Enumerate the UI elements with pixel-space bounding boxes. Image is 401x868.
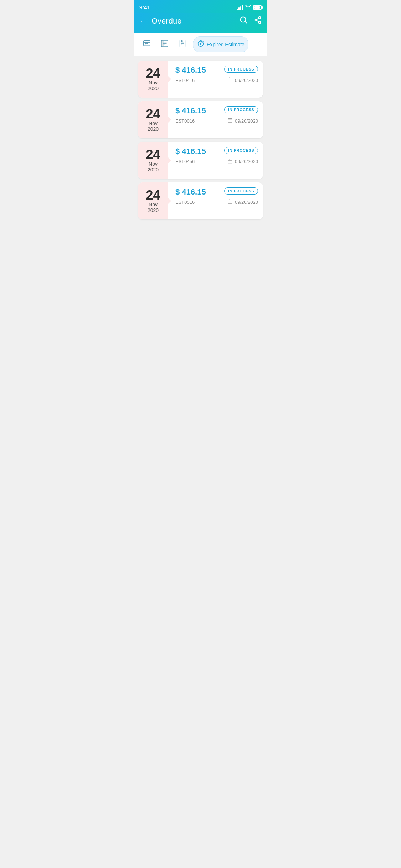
wifi-icon <box>245 5 251 10</box>
header-actions <box>240 16 262 26</box>
status-badge: IN PROCESS <box>224 147 258 154</box>
date-day: 24 <box>146 67 160 80</box>
stopwatch-icon <box>197 40 205 49</box>
svg-line-24 <box>203 41 203 42</box>
date-year: 2020 <box>148 167 159 172</box>
tab-expired-label: Expired Estimate <box>207 42 245 47</box>
svg-rect-37 <box>228 200 232 204</box>
estimate-id: EST0416 <box>175 78 195 83</box>
battery-icon <box>253 5 262 10</box>
svg-line-6 <box>257 18 259 20</box>
svg-rect-29 <box>228 119 232 123</box>
svg-rect-13 <box>161 40 163 47</box>
estimate-id: EST0456 <box>175 159 195 164</box>
estimate-card[interactable]: 24 Nov 2020 $ 416.15 IN PROCESS EST0516 <box>138 182 263 219</box>
estimate-amount: $ 416.15 <box>175 147 206 156</box>
date-month: Nov <box>149 161 158 167</box>
card-content: $ 416.15 IN PROCESS EST0016 <box>168 101 263 138</box>
card-bottom: EST0416 09/20/2020 <box>175 77 258 83</box>
tab-expired-estimate[interactable]: Expired Estimate <box>193 36 248 52</box>
estimate-date: 09/20/2020 <box>235 200 258 205</box>
svg-line-5 <box>257 20 259 22</box>
card-top: $ 416.15 IN PROCESS <box>175 147 258 156</box>
invoice-icon: $ <box>179 40 186 49</box>
date-month: Nov <box>149 80 158 86</box>
header-left: ← Overdue <box>139 16 181 26</box>
date-year: 2020 <box>148 86 159 91</box>
date-year: 2020 <box>148 207 159 213</box>
status-badge: IN PROCESS <box>224 106 258 113</box>
date-info: 09/20/2020 <box>227 118 258 124</box>
date-month: Nov <box>149 120 158 126</box>
estimate-amount: $ 416.15 <box>175 106 206 115</box>
share-icon[interactable] <box>254 16 262 26</box>
estimate-card[interactable]: 24 Nov 2020 $ 416.15 IN PROCESS EST0016 <box>138 101 263 138</box>
estimate-amount: $ 416.15 <box>175 66 206 75</box>
date-section: 24 Nov 2020 <box>138 101 168 138</box>
svg-rect-25 <box>228 78 232 82</box>
tab-chart[interactable] <box>139 37 154 52</box>
card-bottom: EST0516 09/20/2020 <box>175 199 258 205</box>
back-button[interactable]: ← <box>139 17 147 25</box>
card-top: $ 416.15 IN PROCESS <box>175 66 258 75</box>
search-icon[interactable] <box>240 16 247 26</box>
content-area: 24 Nov 2020 $ 416.15 IN PROCESS EST0416 <box>134 56 267 224</box>
status-badge: IN PROCESS <box>224 187 258 195</box>
calendar-icon <box>227 77 233 83</box>
card-content: $ 416.15 IN PROCESS EST0416 <box>168 61 263 98</box>
status-bar: 9:41 <box>134 0 267 13</box>
estimate-id: EST0516 <box>175 200 195 205</box>
status-icons <box>237 5 262 10</box>
card-bottom: EST0016 09/20/2020 <box>175 118 258 124</box>
card-bottom: EST0456 09/20/2020 <box>175 158 258 165</box>
status-time: 9:41 <box>139 4 150 10</box>
date-day: 24 <box>146 108 160 120</box>
svg-line-1 <box>245 21 246 23</box>
estimate-date: 09/20/2020 <box>235 78 258 83</box>
page-title: Overdue <box>151 16 181 26</box>
date-day: 24 <box>146 189 160 202</box>
calendar-icon <box>227 158 233 165</box>
date-section: 24 Nov 2020 <box>138 61 168 98</box>
tab-invoice[interactable]: $ <box>175 37 190 52</box>
date-info: 09/20/2020 <box>227 77 258 83</box>
date-info: 09/20/2020 <box>227 158 258 165</box>
status-badge: IN PROCESS <box>224 66 258 73</box>
calendar-icon <box>227 118 233 124</box>
card-content: $ 416.15 IN PROCESS EST0456 <box>168 142 263 179</box>
card-top: $ 416.15 IN PROCESS <box>175 187 258 197</box>
estimate-date: 09/20/2020 <box>235 159 258 164</box>
date-year: 2020 <box>148 126 159 132</box>
date-section: 24 Nov 2020 <box>138 182 168 219</box>
estimate-amount: $ 416.15 <box>175 187 206 197</box>
signal-icon <box>237 5 243 10</box>
svg-point-23 <box>200 43 201 45</box>
tab-list[interactable] <box>157 37 172 52</box>
svg-rect-7 <box>144 41 150 46</box>
date-info: 09/20/2020 <box>227 199 258 205</box>
card-top: $ 416.15 IN PROCESS <box>175 106 258 115</box>
header: ← Overdue <box>134 13 267 33</box>
date-month: Nov <box>149 202 158 207</box>
date-section: 24 Nov 2020 <box>138 142 168 179</box>
estimate-id: EST0016 <box>175 118 195 124</box>
estimate-card[interactable]: 24 Nov 2020 $ 416.15 IN PROCESS EST0456 <box>138 142 263 179</box>
card-content: $ 416.15 IN PROCESS EST0516 <box>168 182 263 219</box>
date-day: 24 <box>146 148 160 161</box>
estimate-date: 09/20/2020 <box>235 118 258 124</box>
estimate-card[interactable]: 24 Nov 2020 $ 416.15 IN PROCESS EST0416 <box>138 61 263 98</box>
svg-rect-33 <box>228 159 232 163</box>
chart-icon <box>143 40 151 49</box>
list-icon <box>161 40 169 49</box>
tab-bar: $ Expired Estimate <box>134 33 267 56</box>
calendar-icon <box>227 199 233 205</box>
